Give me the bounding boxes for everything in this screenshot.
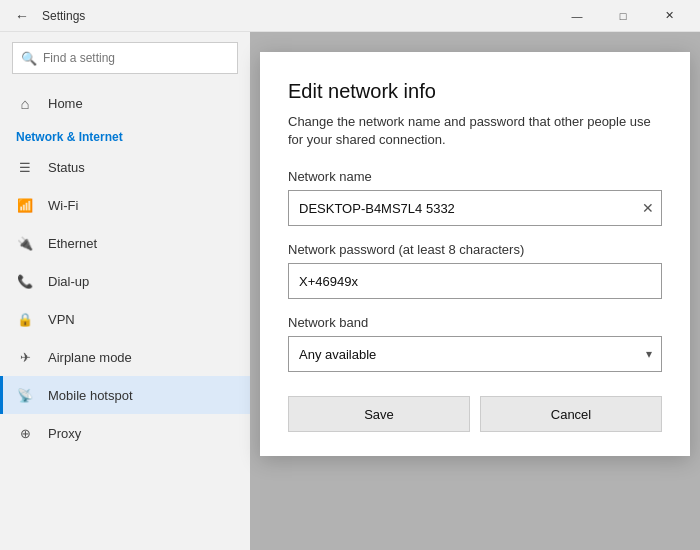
home-icon: ⌂ bbox=[16, 94, 34, 112]
dialup-icon: 📞 bbox=[16, 272, 34, 290]
sidebar-item-wifi-label: Wi-Fi bbox=[48, 198, 78, 213]
main-layout: 🔍 ⌂ Home Network & Internet ☰ Status 📶 W… bbox=[0, 32, 700, 550]
cancel-button[interactable]: Cancel bbox=[480, 396, 662, 432]
sidebar-item-wifi[interactable]: 📶 Wi-Fi bbox=[0, 186, 250, 224]
modal-actions: Save Cancel bbox=[288, 396, 662, 432]
sidebar-item-hotspot-label: Mobile hotspot bbox=[48, 388, 133, 403]
back-button[interactable]: ← bbox=[8, 2, 36, 30]
sidebar-item-hotspot[interactable]: 📡 Mobile hotspot bbox=[0, 376, 250, 414]
network-name-field-wrap: ✕ bbox=[288, 190, 662, 226]
sidebar-item-airplane[interactable]: ✈ Airplane mode bbox=[0, 338, 250, 376]
sidebar-item-vpn[interactable]: 🔒 VPN bbox=[0, 300, 250, 338]
wifi-icon: 📶 bbox=[16, 196, 34, 214]
network-name-label: Network name bbox=[288, 169, 662, 184]
sidebar-item-dialup[interactable]: 📞 Dial-up bbox=[0, 262, 250, 300]
sidebar-item-ethernet-label: Ethernet bbox=[48, 236, 97, 251]
sidebar-item-home-label: Home bbox=[48, 96, 83, 111]
sidebar-item-status[interactable]: ☰ Status bbox=[0, 148, 250, 186]
network-name-input[interactable] bbox=[288, 190, 662, 226]
sidebar-item-airplane-label: Airplane mode bbox=[48, 350, 132, 365]
airplane-icon: ✈ bbox=[16, 348, 34, 366]
close-button[interactable]: ✕ bbox=[646, 0, 692, 32]
search-icon: 🔍 bbox=[21, 51, 37, 66]
window-controls: — □ ✕ bbox=[554, 0, 692, 32]
edit-network-modal: Edit network info Change the network nam… bbox=[260, 52, 690, 456]
hotspot-icon: 📡 bbox=[16, 386, 34, 404]
sidebar-item-proxy-label: Proxy bbox=[48, 426, 81, 441]
save-button[interactable]: Save bbox=[288, 396, 470, 432]
sidebar-item-ethernet[interactable]: 🔌 Ethernet bbox=[0, 224, 250, 262]
sidebar-item-vpn-label: VPN bbox=[48, 312, 75, 327]
network-band-select-wrap: Any available 2.4 GHz 5 GHz ▾ bbox=[288, 336, 662, 372]
vpn-icon: 🔒 bbox=[16, 310, 34, 328]
network-password-label: Network password (at least 8 characters) bbox=[288, 242, 662, 257]
back-icon: ← bbox=[15, 8, 29, 24]
network-password-field-wrap bbox=[288, 263, 662, 299]
network-band-label: Network band bbox=[288, 315, 662, 330]
sidebar-item-home[interactable]: ⌂ Home bbox=[0, 84, 250, 122]
sidebar: 🔍 ⌂ Home Network & Internet ☰ Status 📶 W… bbox=[0, 32, 250, 550]
network-band-select[interactable]: Any available 2.4 GHz 5 GHz bbox=[288, 336, 662, 372]
sidebar-section-label: Network & Internet bbox=[0, 124, 250, 148]
search-input[interactable] bbox=[43, 51, 229, 65]
modal-overlay: Edit network info Change the network nam… bbox=[250, 32, 700, 550]
titlebar: ← Settings — □ ✕ bbox=[0, 0, 700, 32]
maximize-button[interactable]: □ bbox=[600, 0, 646, 32]
sidebar-item-status-label: Status bbox=[48, 160, 85, 175]
status-icon: ☰ bbox=[16, 158, 34, 176]
sidebar-item-proxy[interactable]: ⊕ Proxy bbox=[0, 414, 250, 452]
modal-title: Edit network info bbox=[288, 80, 662, 103]
proxy-icon: ⊕ bbox=[16, 424, 34, 442]
search-box[interactable]: 🔍 bbox=[12, 42, 238, 74]
network-password-input[interactable] bbox=[288, 263, 662, 299]
network-name-clear-button[interactable]: ✕ bbox=[642, 201, 654, 215]
minimize-button[interactable]: — bbox=[554, 0, 600, 32]
titlebar-title: Settings bbox=[42, 9, 85, 23]
ethernet-icon: 🔌 bbox=[16, 234, 34, 252]
sidebar-item-dialup-label: Dial-up bbox=[48, 274, 89, 289]
modal-description: Change the network name and password tha… bbox=[288, 113, 662, 149]
